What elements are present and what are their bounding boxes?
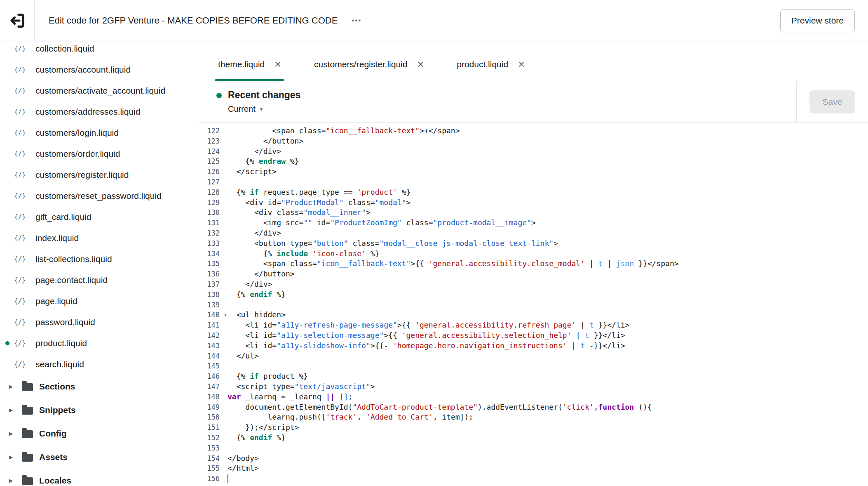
exit-icon bbox=[9, 12, 26, 29]
recent-changes-title: Recent changes bbox=[228, 90, 300, 101]
sidebar-file-customers/account.liquid[interactable]: {/}customers/account.liquid bbox=[0, 59, 198, 80]
folder-name: Config bbox=[39, 429, 66, 439]
sidebar-file-customers/activate_account.liquid[interactable]: {/}customers/activate_account.liquid bbox=[0, 80, 198, 101]
code-line[interactable]: 145 bbox=[198, 361, 868, 371]
version-dropdown[interactable]: Current ▾ bbox=[228, 104, 263, 114]
line-number: 155 bbox=[198, 463, 225, 474]
folder-icon bbox=[22, 477, 33, 485]
code-text: <img src="" id="ProductZoomImg" class="p… bbox=[225, 218, 536, 228]
code-line[interactable]: 124 </div> bbox=[198, 146, 868, 157]
fold-arrow-icon[interactable]: ▾ bbox=[224, 310, 227, 321]
code-line[interactable]: 125 {% endraw %} bbox=[198, 156, 868, 167]
folder-list: ▶Sections▶Snippets▶Config▶Assets▶Locales bbox=[0, 375, 198, 486]
close-tab-icon[interactable]: × bbox=[518, 60, 525, 68]
code-line[interactable]: 144 </ul> bbox=[198, 351, 868, 361]
code-line[interactable]: 147 <script type="text/javascript"> bbox=[198, 382, 868, 392]
code-line[interactable]: 134 {% include 'icon-close' %} bbox=[198, 249, 868, 259]
code-line[interactable]: 152 {% endif %} bbox=[198, 433, 868, 443]
tab-product.liquid[interactable]: product.liquid× bbox=[453, 59, 528, 81]
code-line[interactable]: 148var _learnq = _learnq || []; bbox=[198, 392, 868, 402]
code-text bbox=[225, 300, 228, 310]
code-line[interactable]: 142 <li id="a11y-selection-message">{{ '… bbox=[198, 330, 868, 341]
code-text: </script> bbox=[225, 167, 277, 177]
code-line[interactable]: 151 });</script> bbox=[198, 422, 868, 433]
code-text: {% endif %} bbox=[225, 433, 286, 443]
chevron-down-icon: ▾ bbox=[260, 106, 263, 112]
close-tab-icon[interactable]: × bbox=[417, 60, 424, 68]
sidebar-folder-snippets[interactable]: ▶Snippets bbox=[0, 398, 198, 422]
sidebar-folder-assets[interactable]: ▶Assets bbox=[0, 445, 198, 469]
code-line[interactable]: 153 bbox=[198, 443, 868, 453]
tab-customers/register.liquid[interactable]: customers/register.liquid× bbox=[311, 59, 427, 81]
sidebar-file-page.contact.liquid[interactable]: {/}page.contact.liquid bbox=[0, 269, 198, 290]
sidebar-file-customers/register.liquid[interactable]: {/}customers/register.liquid bbox=[0, 164, 198, 185]
code-text: _learnq.push(['track', 'Added to Cart', … bbox=[225, 412, 473, 422]
sidebar-folder-config[interactable]: ▶Config bbox=[0, 422, 198, 445]
sidebar-file-password.liquid[interactable]: {/}password.liquid bbox=[0, 311, 198, 333]
code-line[interactable]: 122 <span class="icon__fallback-text">+<… bbox=[198, 126, 868, 136]
save-button[interactable]: Save bbox=[809, 90, 856, 113]
code-line[interactable]: 146 {% if product %} bbox=[198, 371, 868, 382]
code-text: document.getElementById("AddToCart-produ… bbox=[225, 402, 652, 413]
sidebar-file-page.liquid[interactable]: {/}page.liquid bbox=[0, 290, 198, 311]
sidebar-file-customers/order.liquid[interactable]: {/}customers/order.liquid bbox=[0, 143, 198, 164]
sidebar-file-customers/login.liquid[interactable]: {/}customers/login.liquid bbox=[0, 122, 198, 143]
code-line[interactable]: 140▾ <ul hidden> bbox=[198, 310, 868, 320]
overflow-menu-button[interactable]: ••• bbox=[348, 13, 365, 28]
code-line[interactable]: 129 <div id="ProductModal" class="modal"… bbox=[198, 198, 868, 208]
code-editor[interactable]: 122 <span class="icon__fallback-text">+<… bbox=[198, 123, 868, 486]
sidebar-file-index.liquid[interactable]: {/}index.liquid bbox=[0, 227, 198, 248]
exit-button[interactable] bbox=[5, 8, 30, 33]
code-line[interactable]: 149 document.getElementById("AddToCart-p… bbox=[198, 402, 868, 413]
code-line[interactable]: 154</body> bbox=[198, 453, 868, 464]
sidebar-file-customers/reset_password.liquid[interactable]: {/}customers/reset_password.liquid bbox=[0, 185, 198, 206]
code-line[interactable]: 127 bbox=[198, 177, 868, 187]
code-line[interactable]: 141 <li id="a11y-refresh-page-message">{… bbox=[198, 320, 868, 330]
line-number: 146 bbox=[198, 371, 225, 382]
close-tab-icon[interactable]: × bbox=[274, 60, 281, 68]
folder-icon bbox=[22, 407, 33, 415]
sidebar-folder-sections[interactable]: ▶Sections bbox=[0, 375, 198, 398]
unsaved-changes-dot bbox=[216, 93, 222, 98]
code-line[interactable]: 138 {% endif %} bbox=[198, 290, 868, 300]
line-number: 134 bbox=[198, 249, 225, 259]
code-text: {% endif %} bbox=[225, 290, 286, 300]
code-line[interactable]: 130 <div class="modal__inner"> bbox=[198, 208, 868, 218]
code-line[interactable]: 135 <span class="icon__fallback-text">{{… bbox=[198, 259, 868, 269]
code-line[interactable]: 123 </button> bbox=[198, 136, 868, 146]
liquid-file-icon: {/} bbox=[14, 339, 29, 347]
code-line[interactable]: 137 </div> bbox=[198, 279, 868, 290]
code-line[interactable]: 136 </button> bbox=[198, 269, 868, 279]
code-line[interactable]: 150 _learnq.push(['track', 'Added to Car… bbox=[198, 412, 868, 422]
code-line[interactable]: 128 {% if request.page_type == 'product'… bbox=[198, 187, 868, 198]
code-text: <div class="modal__inner"> bbox=[225, 208, 371, 218]
code-line[interactable]: 139 bbox=[198, 300, 868, 310]
code-line[interactable]: 132 </div> bbox=[198, 228, 868, 238]
sidebar-file-gift_card.liquid[interactable]: {/}gift_card.liquid bbox=[0, 206, 198, 227]
line-number: 125 bbox=[198, 156, 225, 167]
code-line[interactable]: 143 <li id="a11y-slideshow-info">{{- 'ho… bbox=[198, 341, 868, 351]
code-line[interactable]: 133 <button type="button" class="modal__… bbox=[198, 238, 868, 249]
code-text: </button> bbox=[225, 136, 303, 146]
app-body: {/}collection.liquid{/}customers/account… bbox=[0, 41, 868, 486]
chevron-right-icon: ▶ bbox=[9, 478, 16, 484]
code-line[interactable]: 156 bbox=[198, 474, 868, 484]
code-text: <span class="icon__fallback-text">{{ 'ge… bbox=[225, 259, 679, 269]
code-text: </html> bbox=[225, 463, 259, 474]
preview-store-button[interactable]: Preview store bbox=[780, 9, 855, 32]
code-line[interactable]: 131 <img src="" id="ProductZoomImg" clas… bbox=[198, 218, 868, 228]
line-number: 148 bbox=[198, 392, 225, 402]
sidebar-file-search.liquid[interactable]: {/}search.liquid bbox=[0, 354, 198, 375]
code-line[interactable]: 155</html> bbox=[198, 463, 868, 474]
sidebar-file-customers/addresses.liquid[interactable]: {/}customers/addresses.liquid bbox=[0, 101, 198, 122]
chevron-right-icon: ▶ bbox=[9, 407, 16, 413]
sidebar-file-product.liquid[interactable]: {/}product.liquid bbox=[0, 333, 198, 354]
sidebar-file-list-collections.liquid[interactable]: {/}list-collections.liquid bbox=[0, 248, 198, 269]
sidebar-folder-locales[interactable]: ▶Locales bbox=[0, 469, 198, 486]
folder-icon bbox=[22, 430, 33, 438]
tab-theme.liquid[interactable]: theme.liquid× bbox=[215, 59, 284, 81]
liquid-file-icon: {/} bbox=[14, 213, 29, 221]
file-list: {/}collection.liquid{/}customers/account… bbox=[0, 41, 198, 375]
sidebar-file-collection.liquid[interactable]: {/}collection.liquid bbox=[0, 41, 198, 59]
code-line[interactable]: 126 </script> bbox=[198, 167, 868, 177]
